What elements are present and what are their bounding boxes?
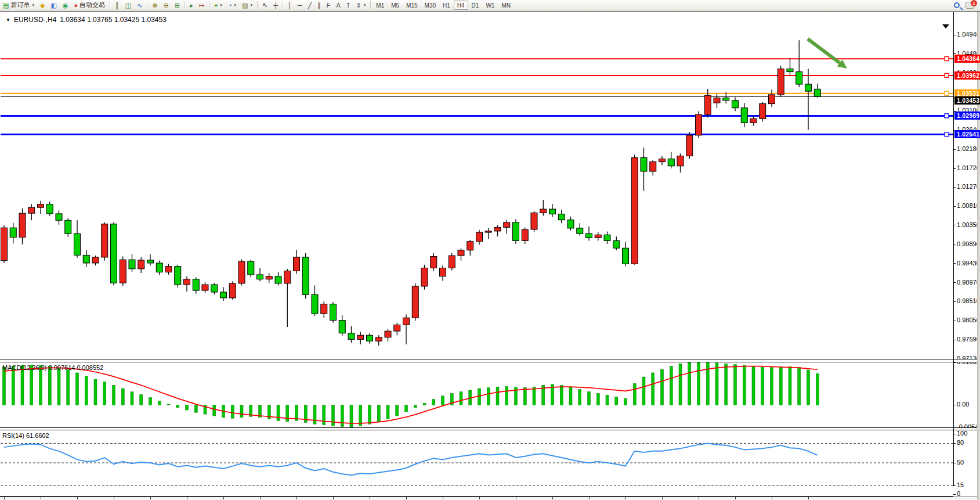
time-tick (187, 497, 187, 499)
line-chart-button[interactable]: ∿ (134, 1, 145, 10)
time-tick (41, 497, 41, 499)
timeframe-m30[interactable]: M30 (421, 1, 439, 10)
vertical-line-button[interactable]: │ (285, 1, 295, 10)
plot-right-border (953, 12, 954, 485)
templates-button[interactable]: ▨▾ (239, 1, 255, 10)
auto-scroll-button[interactable]: ▸ (187, 1, 196, 10)
periods-button[interactable]: ◔▾ (225, 1, 239, 10)
templates-dropdown-icon[interactable]: ▾ (250, 3, 252, 8)
pane-separator-rsi[interactable] (0, 427, 980, 430)
new-order-dropdown-icon[interactable]: ▾ (32, 3, 34, 8)
search-icon[interactable] (954, 2, 960, 8)
timeframe-h4[interactable]: H4 (454, 1, 468, 10)
trendline-button[interactable]: ╱ (305, 1, 315, 10)
text-button[interactable]: A (333, 1, 343, 10)
periods-dropdown-icon[interactable]: ▾ (234, 3, 237, 8)
signals-button[interactable]: ◉ (60, 1, 71, 10)
new-order-button[interactable]: ▤新订单▾ (0, 1, 37, 10)
macd-value: 0.007614 (48, 364, 75, 371)
horizontal-line-button[interactable]: ─ (295, 1, 305, 10)
chart-shift-button[interactable]: ↦ (196, 1, 207, 10)
market-watch-icon: ◆ (40, 1, 45, 10)
cursor-icon: ↖ (262, 1, 267, 10)
candlestick-chart-button[interactable]: ◫ (122, 1, 134, 10)
fibonacci-button[interactable]: F (324, 1, 334, 10)
data-window-icon: ◧ (50, 1, 56, 10)
channel-icon: ∥ (317, 1, 321, 10)
resistance-line-2-price-label: 1.03962 (954, 71, 980, 80)
resistance-line-2[interactable] (1, 73, 953, 77)
support-line-1-price-label: 1.02989 (954, 111, 980, 120)
timeframe-m1[interactable]: M1 (373, 1, 388, 10)
toolbar-right: 1 (954, 2, 980, 9)
price-tick-label: 0.98050 (957, 316, 980, 323)
rsi-line (4, 443, 818, 475)
timeframe-m15[interactable]: M15 (403, 1, 421, 10)
resistance-line-2-handle[interactable] (945, 73, 949, 77)
trend-arrow-annotation[interactable] (808, 39, 847, 69)
new-order-label: 新订单 (10, 1, 30, 9)
indicators-button[interactable]: +▾ (211, 1, 225, 10)
support-line-2[interactable] (1, 132, 953, 136)
time-tick (516, 497, 516, 499)
arrows-tool-button[interactable]: ⇕▾ (353, 1, 369, 10)
time-tick (662, 497, 663, 499)
support-line-2-handle[interactable] (945, 132, 949, 136)
zoom-out-button[interactable]: ⊖ (161, 1, 172, 10)
bar-chart-button[interactable]: ║ (112, 1, 122, 10)
text-label-icon: T (346, 1, 350, 10)
auto-scroll-icon: ▸ (190, 1, 193, 10)
tile-windows-button[interactable]: ⊞ (172, 1, 183, 10)
chart-window[interactable]: ▼ EURUSD-,H4 1.03634 1.03765 1.03425 1.0… (0, 11, 980, 500)
time-tick (150, 497, 151, 499)
arrows-tool-icon: ⇕ (356, 1, 361, 10)
price-tick-label: 1.04940 (957, 31, 980, 38)
data-window-button[interactable]: ◧ (48, 1, 59, 10)
price-tick-label: 0.99890 (957, 240, 980, 247)
toolbar-separator (283, 1, 283, 9)
toolbar-separator (257, 1, 258, 9)
resistance-line-1-handle[interactable] (945, 57, 949, 61)
resistance-line-1[interactable] (1, 57, 953, 61)
rsi-label: RSI(14) 61.6602 (2, 432, 49, 439)
zoom-in-button[interactable]: ⊕ (149, 1, 160, 10)
pane-separator-macd[interactable] (0, 359, 980, 362)
price-tick-label: 0.98970 (957, 279, 980, 286)
timeframe-h1[interactable]: H1 (439, 1, 454, 10)
rsi-axis-label: 100 (957, 430, 967, 437)
toolbar-separator (110, 1, 110, 9)
toolbar-separator (147, 1, 147, 9)
text-label-button[interactable]: T (343, 1, 353, 10)
chart-shift-marker (942, 24, 949, 28)
macd-zero-label: 0.00 (957, 401, 969, 408)
trendline-icon: ╱ (308, 1, 312, 10)
text-icon: A (336, 1, 340, 10)
indicators-dropdown-icon[interactable]: ▾ (220, 3, 222, 8)
crosshair-button[interactable]: ┼ (270, 1, 281, 10)
time-tick (296, 497, 297, 499)
timeframe-d1[interactable]: D1 (468, 1, 483, 10)
time-tick (223, 497, 224, 499)
arrows-tool-dropdown-icon[interactable]: ▾ (364, 3, 366, 8)
auto-trading-button[interactable]: ●自动交易 (71, 1, 108, 10)
timeframe-mn[interactable]: MN (498, 1, 514, 10)
pivot-line-handle[interactable] (945, 91, 949, 95)
pivot-line[interactable] (1, 91, 953, 95)
cursor-button[interactable]: ↖ (259, 1, 270, 10)
timeframe-m5[interactable]: M5 (388, 1, 403, 10)
toolbar-separator (370, 1, 371, 9)
support-line-1[interactable] (1, 114, 953, 118)
right-scroll-strip[interactable] (977, 12, 980, 500)
timeframe-w1[interactable]: W1 (482, 1, 498, 10)
channel-button[interactable]: ∥ (314, 1, 324, 10)
indicators-icon: + (214, 1, 218, 10)
chat-bubble-icon[interactable]: 1 (965, 2, 974, 9)
market-watch-button[interactable]: ◆ (37, 1, 48, 10)
rsi-axis-label: 80 (957, 439, 964, 446)
support-line-1-handle[interactable] (945, 114, 949, 118)
time-tick (333, 497, 334, 499)
support-line-2-price-label: 1.02541 (954, 130, 980, 138)
time-tick (589, 497, 590, 499)
time-axis: 26 Oct 202226 Oct 20:0027 Oct 12:0028 Oc… (0, 497, 980, 500)
chart-menu-icon[interactable]: ▼ (6, 17, 10, 23)
